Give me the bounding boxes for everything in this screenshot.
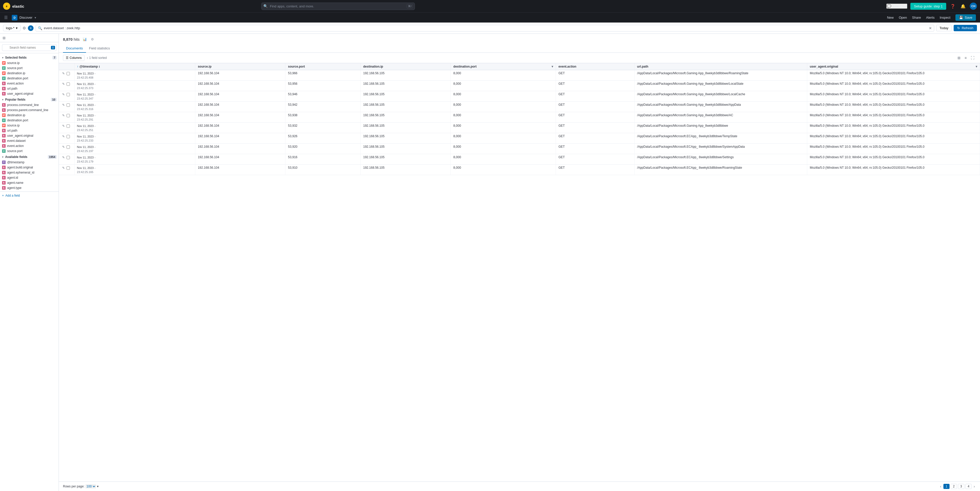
row-url-path: /AppData/Local/Packages/Microsoft.Gaming…	[635, 81, 807, 91]
row-pin-button[interactable]: ✎	[61, 82, 65, 86]
row-checkbox[interactable]	[67, 156, 70, 159]
sidebar-field-process-command_line[interactable]: kprocess.command_line	[0, 102, 59, 107]
sidebar-field-destination-port[interactable]: #destination.port	[0, 76, 59, 81]
sidebar-field-agent-build-original[interactable]: kagent.build.original	[0, 165, 59, 170]
sidebar-field-event-action[interactable]: kevent.action	[0, 81, 59, 86]
sort-button[interactable]: ↕ 1 field sorted	[86, 56, 107, 60]
sidebar-field-source-ip[interactable]: IPsource.ip	[0, 123, 59, 128]
row-checkbox[interactable]	[67, 124, 70, 128]
destination-port-column-header[interactable]: destination.port ▾	[451, 63, 556, 70]
row-pin-button[interactable]: ✎	[61, 134, 65, 139]
selected-fields-section-header[interactable]: ▾ Selected fields 7	[0, 54, 59, 61]
timestamp-column-header[interactable]: ↑ @timestamp ℹ	[74, 63, 195, 70]
row-pin-button[interactable]: ✎	[61, 145, 65, 149]
row-pin-button[interactable]: ✎	[61, 166, 65, 170]
filter-options-button[interactable]: ⚙	[22, 26, 26, 30]
row-checkbox[interactable]	[67, 166, 70, 170]
alerts-button[interactable]: Alerts	[926, 16, 934, 19]
row-checkbox[interactable]	[67, 114, 70, 117]
user-avatar-button[interactable]: CH	[970, 3, 977, 10]
page-4-button[interactable]: 4	[966, 484, 972, 489]
sidebar-field-source-port[interactable]: #source.port	[0, 65, 59, 71]
add-field-button[interactable]: + Add a field	[0, 191, 59, 199]
save-button[interactable]: 💾 Save	[955, 14, 976, 21]
page-3-button[interactable]: 3	[958, 484, 964, 489]
row-checkbox[interactable]	[67, 135, 70, 138]
query-clear-button[interactable]: ✕	[929, 26, 932, 30]
sidebar-field-@timestamp[interactable]: T@timestamp	[0, 160, 59, 165]
refresh-button[interactable]: ↻ Refresh	[954, 25, 977, 31]
help-button[interactable]: ❓	[949, 3, 956, 10]
sidebar-field-agent-type[interactable]: kagent.type	[0, 185, 59, 190]
field-type-icon: k	[2, 181, 6, 185]
sidebar-field-process-parent-command_line[interactable]: kprocess.parent.command_line	[0, 107, 59, 113]
row-checkbox[interactable]	[67, 104, 70, 107]
field-type-icon: k	[2, 186, 6, 190]
new-button[interactable]: New	[887, 16, 894, 19]
user-agent-column-header[interactable]: user_agent.original ▾	[807, 63, 980, 70]
sidebar-field-agent-name[interactable]: kagent.name	[0, 180, 59, 185]
popular-fields-section-header[interactable]: ▾ Popular fields 10	[0, 96, 59, 102]
sidebar-field-destination-ip[interactable]: IPdestination.ip	[0, 71, 59, 76]
live-chat-button[interactable]: 💬 Live Chat	[886, 3, 907, 9]
hamburger-menu-button[interactable]: ☰	[4, 15, 8, 20]
field-type-icon: IP	[2, 72, 6, 75]
field-search-input[interactable]	[2, 44, 57, 51]
tab-field-statistics[interactable]: Field statistics	[86, 44, 113, 53]
rows-per-page-select[interactable]: 100 25 50	[86, 485, 96, 488]
sidebar-field-destination-port[interactable]: #destination.port	[0, 118, 59, 123]
page-1-button[interactable]: 1	[943, 484, 950, 489]
sidebar-field-source-port[interactable]: #source.port	[0, 148, 59, 154]
row-pin-button[interactable]: ✎	[61, 124, 65, 128]
display-options-button[interactable]: ⚙	[90, 37, 95, 42]
row-view-button[interactable]: ≡	[963, 55, 968, 61]
row-pin-button[interactable]: ✎	[61, 72, 65, 75]
next-page-button[interactable]: ›	[972, 484, 976, 489]
share-button[interactable]: Share	[912, 16, 921, 19]
inspect-button[interactable]: Inspect	[940, 16, 950, 19]
sidebar-field-agent-id[interactable]: kagent.id	[0, 175, 59, 180]
field-filter-count[interactable]: 0	[51, 46, 55, 49]
sidebar-field-url-path[interactable]: kurl.path	[0, 128, 59, 133]
row-checkbox[interactable]	[67, 72, 70, 75]
grid-view-button[interactable]: ⊞	[956, 55, 962, 61]
sidebar-field-url-path[interactable]: kurl.path	[0, 86, 59, 91]
index-pattern-button[interactable]: logs-* ▾	[3, 25, 21, 31]
row-checkbox[interactable]	[67, 145, 70, 149]
row-pin-button[interactable]: ✎	[61, 103, 65, 107]
global-search-input[interactable]	[261, 3, 415, 10]
add-filter-button[interactable]: +	[28, 26, 33, 31]
sidebar-toggle-button[interactable]: ⊞	[2, 35, 6, 40]
event-action-column-header[interactable]: event.action	[556, 63, 634, 70]
row-pin-button[interactable]: ✎	[61, 113, 65, 118]
row-pin-button[interactable]: ✎	[61, 155, 65, 159]
columns-button[interactable]: ☰ Columns	[63, 55, 84, 61]
sidebar-field-user_agent-original[interactable]: kuser_agent.original	[0, 91, 59, 96]
full-screen-button[interactable]: ⛶	[969, 55, 976, 61]
destination-ip-column-header[interactable]: destination.ip	[360, 63, 450, 70]
sidebar-field-user_agent-original[interactable]: kuser_agent.original	[0, 133, 59, 138]
row-pin-button[interactable]: ✎	[61, 92, 65, 97]
elastic-logo[interactable]: e elastic	[3, 3, 24, 10]
sidebar-field-event-action[interactable]: kevent.action	[0, 143, 59, 148]
setup-guide-button[interactable]: Setup guide: step 1	[910, 3, 946, 10]
source-ip-column-header[interactable]: source.ip	[195, 63, 285, 70]
row-checkbox[interactable]	[67, 93, 70, 96]
prev-page-button[interactable]: ‹	[939, 484, 942, 489]
open-button[interactable]: Open	[899, 16, 907, 19]
notifications-button[interactable]: 🔔	[959, 3, 967, 10]
sidebar-field-agent-ephemeral_id[interactable]: kagent.ephemeral_id	[0, 170, 59, 175]
sidebar-field-destination-ip[interactable]: IPdestination.ip	[0, 113, 59, 118]
row-checkbox[interactable]	[67, 83, 70, 86]
page-2-button[interactable]: 2	[951, 484, 957, 489]
app-name-chevron-icon[interactable]: ▾	[35, 16, 36, 19]
sidebar-field-event-dataset[interactable]: kevent.dataset	[0, 138, 59, 143]
available-fields-section-header[interactable]: ▾ Available fields 1954	[0, 154, 59, 160]
tab-documents[interactable]: Documents	[63, 44, 86, 53]
source-port-column-header[interactable]: source.port	[285, 63, 361, 70]
url-path-column-header[interactable]: url.path	[635, 63, 807, 70]
chart-toggle-button[interactable]: 📊	[82, 37, 88, 42]
sidebar-field-source-ip[interactable]: IPsource.ip	[0, 61, 59, 65]
date-picker-button[interactable]: Today	[936, 25, 952, 31]
query-input[interactable]	[44, 26, 927, 30]
